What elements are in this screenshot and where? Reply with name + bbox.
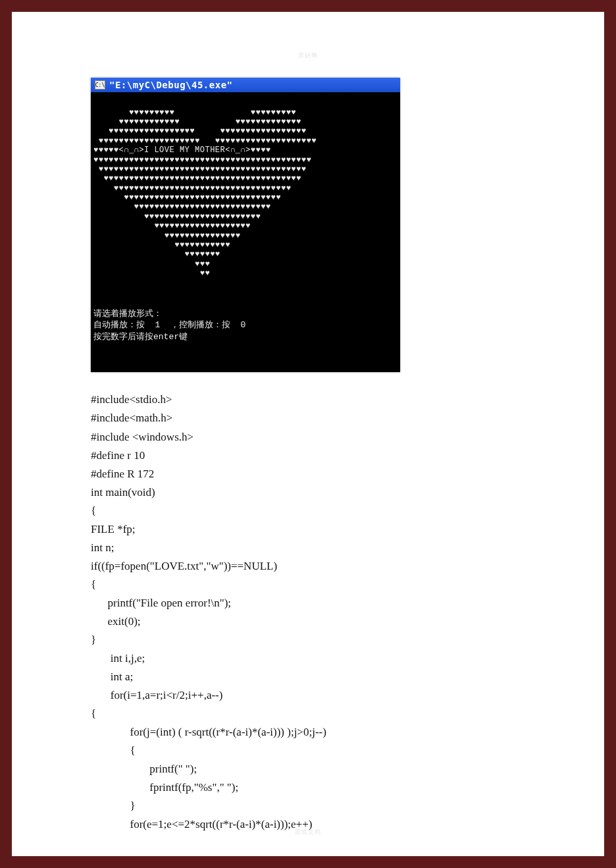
- terminal-body: ♥♥♥♥♥♥♥♥♥ ♥♥♥♥♥♥♥♥♥ ♥♥♥♥♥♥♥♥♥♥♥♥ ♥♥♥♥♥♥♥…: [91, 92, 400, 372]
- page-header-watermark: 原始网: [12, 51, 604, 60]
- source-code-block: #include<stdio.h> #include<math.h> #incl…: [91, 391, 525, 834]
- terminal-prompt-text: 请选着播放形式： 自动播放：按 1 ，控制播放：按 0 按完数字后请按enter…: [93, 296, 398, 342]
- cmd-icon: C:\: [95, 80, 105, 90]
- page-footer-watermark: 原格文档: [12, 828, 604, 836]
- terminal-window: C:\ "E:\myC\Debug\45.exe" ♥♥♥♥♥♥♥♥♥ ♥♥♥♥…: [91, 78, 400, 372]
- ascii-heart-art: ♥♥♥♥♥♥♥♥♥ ♥♥♥♥♥♥♥♥♥ ♥♥♥♥♥♥♥♥♥♥♥♥ ♥♥♥♥♥♥♥…: [93, 108, 398, 279]
- document-background: 原始网 C:\ "E:\myC\Debug\45.exe" ♥♥♥♥♥♥♥♥♥ …: [0, 0, 616, 868]
- terminal-title: "E:\myC\Debug\45.exe": [109, 80, 233, 90]
- terminal-titlebar: C:\ "E:\myC\Debug\45.exe": [91, 78, 400, 92]
- document-page: 原始网 C:\ "E:\myC\Debug\45.exe" ♥♥♥♥♥♥♥♥♥ …: [12, 12, 604, 856]
